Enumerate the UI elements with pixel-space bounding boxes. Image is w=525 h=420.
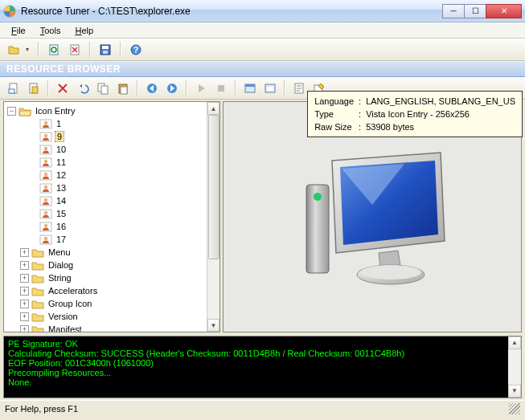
expand-icon[interactable]: + bbox=[20, 300, 29, 308]
expand-icon[interactable]: + bbox=[20, 312, 29, 321]
folder-icon bbox=[31, 247, 44, 258]
maximize-button[interactable]: ☐ bbox=[464, 4, 486, 18]
folder-icon bbox=[31, 324, 44, 332]
icon-thumb bbox=[39, 118, 52, 129]
svg-rect-12 bbox=[32, 87, 38, 93]
icon-preview bbox=[284, 137, 461, 297]
tree-folder[interactable]: +Manifest bbox=[18, 323, 218, 332]
menu-tools[interactable]: Tools bbox=[34, 24, 68, 37]
close-button[interactable]: ✕ bbox=[486, 4, 522, 18]
tree-icon-entry[interactable]: 1 bbox=[38, 117, 218, 130]
folder-icon bbox=[31, 311, 44, 322]
scroll-up-icon[interactable]: ▲ bbox=[508, 336, 521, 349]
console-scrollbar[interactable]: ▲ ▼ bbox=[508, 336, 521, 398]
save-button[interactable] bbox=[96, 41, 114, 59]
icon-thumb bbox=[39, 157, 52, 168]
icon-thumb bbox=[39, 221, 52, 232]
tree-folder[interactable]: +Menu bbox=[18, 246, 218, 259]
tree-icon-entry[interactable]: 9 bbox=[38, 130, 218, 143]
svg-rect-5 bbox=[102, 46, 109, 49]
refresh-button[interactable] bbox=[45, 41, 63, 59]
app-icon bbox=[3, 5, 16, 18]
forward-button[interactable] bbox=[163, 80, 181, 97]
tree-icon-entry[interactable]: 16 bbox=[38, 220, 218, 233]
info-tooltip: Language:LANG_ENGLISH, SUBLANG_EN_US Typ… bbox=[307, 91, 523, 137]
back-button[interactable] bbox=[143, 80, 161, 97]
tree-folder[interactable]: +Accelerators bbox=[18, 284, 218, 297]
svg-rect-19 bbox=[218, 85, 224, 92]
svg-rect-10 bbox=[9, 89, 14, 93]
icon-thumb bbox=[39, 169, 52, 181]
minimize-button[interactable]: ─ bbox=[442, 4, 465, 18]
console-panel: PE Signature: OK Calculating Checksum: S… bbox=[3, 336, 522, 398]
paste-button[interactable] bbox=[114, 80, 132, 97]
icon-thumb bbox=[39, 144, 52, 155]
scroll-up-icon[interactable]: ▲ bbox=[207, 102, 219, 115]
copy-button[interactable] bbox=[94, 80, 112, 97]
delete-button[interactable] bbox=[54, 80, 72, 97]
tree-folder[interactable]: +Version bbox=[18, 310, 218, 323]
svg-point-39 bbox=[44, 198, 47, 201]
console-line: PE Signature: OK bbox=[8, 339, 517, 349]
folder-open-icon bbox=[18, 105, 31, 116]
expand-icon[interactable]: + bbox=[20, 325, 29, 333]
view1-button[interactable] bbox=[241, 80, 259, 97]
close-file-button[interactable] bbox=[66, 41, 84, 59]
undo-button[interactable] bbox=[74, 80, 92, 97]
svg-rect-16 bbox=[121, 87, 127, 94]
tree-folder[interactable]: +String bbox=[18, 271, 218, 284]
menu-help[interactable]: Help bbox=[68, 24, 100, 37]
svg-point-27 bbox=[44, 120, 47, 124]
tree-scrollbar[interactable]: ▲ ▼ bbox=[207, 102, 219, 332]
svg-point-31 bbox=[44, 146, 47, 149]
tree-icon-entry[interactable]: 13 bbox=[38, 181, 218, 194]
tree-folder[interactable]: +Dialog bbox=[18, 259, 218, 271]
tool-doc2[interactable] bbox=[25, 80, 43, 97]
expand-icon[interactable]: + bbox=[20, 248, 29, 257]
play-button[interactable] bbox=[192, 80, 210, 97]
svg-point-47 bbox=[314, 193, 322, 201]
svg-point-35 bbox=[44, 172, 47, 175]
tool-doc1[interactable] bbox=[5, 80, 23, 97]
svg-point-49 bbox=[360, 265, 421, 279]
open-dropdown[interactable]: ▾ bbox=[26, 46, 32, 53]
stop-button[interactable] bbox=[212, 80, 230, 97]
tree-folder[interactable]: +Group Icon bbox=[18, 297, 218, 310]
collapse-icon[interactable]: − bbox=[7, 107, 16, 116]
main-area: − Icon Entry 191011121314151617 +Menu+Di… bbox=[0, 100, 525, 334]
tree-root[interactable]: − Icon Entry bbox=[6, 104, 218, 117]
window-title: Resource Tuner - C:\TEST\explorer.exe bbox=[21, 6, 443, 17]
scroll-thumb[interactable] bbox=[208, 115, 219, 259]
section-header: RESOURCE BROWSER bbox=[0, 61, 525, 77]
preview-panel: Language:LANG_ENGLISH, SUBLANG_EN_US Typ… bbox=[223, 101, 522, 332]
scroll-down-icon[interactable]: ▼ bbox=[508, 385, 521, 398]
help-button[interactable]: ? bbox=[127, 41, 145, 59]
statusbar: For Help, press F1 bbox=[0, 400, 525, 416]
expand-icon[interactable]: + bbox=[20, 274, 29, 283]
tree[interactable]: − Icon Entry 191011121314151617 +Menu+Di… bbox=[4, 102, 219, 332]
svg-point-29 bbox=[44, 133, 47, 137]
tree-icon-entry[interactable]: 17 bbox=[38, 233, 218, 246]
console-line: Precompiling Resources... bbox=[8, 368, 517, 377]
menu-file[interactable]: File bbox=[5, 24, 32, 37]
resize-grip[interactable] bbox=[509, 403, 520, 414]
scroll-down-icon[interactable]: ▼ bbox=[207, 319, 219, 332]
view2-button[interactable] bbox=[261, 80, 279, 97]
expand-icon[interactable]: + bbox=[20, 261, 29, 270]
tree-icon-entry[interactable]: 11 bbox=[38, 156, 218, 169]
svg-point-37 bbox=[44, 185, 47, 188]
icon-thumb bbox=[39, 131, 52, 142]
console-line: None. bbox=[8, 377, 517, 387]
open-button[interactable] bbox=[5, 41, 23, 59]
icon-thumb bbox=[39, 195, 52, 206]
tree-icon-entry[interactable]: 14 bbox=[38, 194, 218, 207]
menubar: File Tools Help bbox=[0, 22, 525, 39]
svg-rect-6 bbox=[103, 51, 108, 54]
tree-icon-entry[interactable]: 15 bbox=[38, 207, 218, 220]
svg-rect-23 bbox=[267, 87, 273, 91]
props-button[interactable] bbox=[290, 80, 308, 97]
expand-icon[interactable]: + bbox=[20, 287, 29, 296]
tree-icon-entry[interactable]: 10 bbox=[38, 143, 218, 156]
tree-icon-entry[interactable]: 12 bbox=[38, 169, 218, 181]
svg-point-45 bbox=[44, 236, 47, 239]
